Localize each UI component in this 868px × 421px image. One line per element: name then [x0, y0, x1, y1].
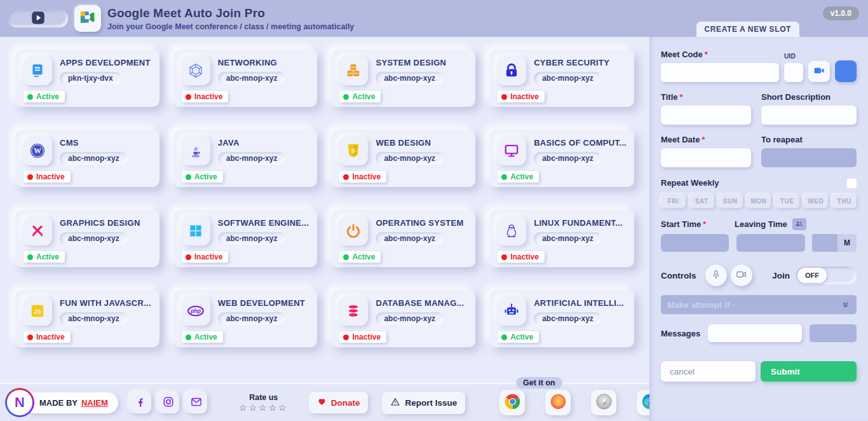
day-fri-button[interactable]: FRI: [661, 194, 686, 208]
status-label: Active: [352, 92, 375, 101]
slot-card[interactable]: NETWORKINGabc-mnop-xyzInactive: [173, 50, 318, 107]
author-logo: N: [5, 388, 34, 417]
status-dot-icon: [186, 335, 191, 340]
slot-card[interactable]: JAVAabc-mnop-xyzActive: [173, 130, 318, 187]
donate-button[interactable]: Donate: [309, 392, 369, 413]
videocam-icon: [813, 64, 825, 79]
short-description-input[interactable]: [761, 106, 857, 125]
day-tue-button[interactable]: TUE: [775, 194, 799, 208]
star-icon[interactable]: ☆: [239, 403, 249, 413]
messages-label: Messages: [661, 329, 700, 338]
slot-code: abc-mnop-xyz: [218, 312, 286, 325]
people-icon: [794, 219, 804, 230]
mail-button[interactable]: [186, 392, 207, 413]
slot-card[interactable]: LINUX FUNDAMENT...abc-mnop-xyzInactive: [489, 210, 634, 267]
cancel-button[interactable]: cancel: [661, 361, 756, 382]
status-label: Inactive: [36, 333, 65, 342]
participants-button[interactable]: [792, 218, 806, 230]
php-icon: php: [181, 296, 210, 326]
status-badge: Active: [182, 331, 223, 343]
slot-card[interactable]: CYBER SECURITYabc-mnop-xyzInactive: [489, 50, 634, 107]
slot-card[interactable]: OPERATING SYSTEMabc-mnop-xyzActive: [331, 210, 475, 267]
slot-card[interactable]: ARTIFICIAL INTELLI...abc-mnop-xyzActive: [489, 290, 634, 347]
status-dot-icon: [27, 335, 33, 340]
leaving-time-input: [736, 234, 805, 252]
slot-code: pkn-tjxy-dvx: [60, 72, 121, 85]
report-issue-button[interactable]: Report Issue: [382, 392, 465, 414]
slot-code: abc-mnop-xyz: [60, 152, 128, 165]
status-label: Active: [194, 172, 217, 181]
uid-input[interactable]: [784, 63, 803, 82]
status-badge: Active: [339, 251, 381, 263]
tab-create-new-slot[interactable]: CREATE A NEW SLOT: [696, 22, 799, 37]
messages-input[interactable]: [708, 324, 802, 342]
robot-icon: [497, 296, 526, 326]
star-icon[interactable]: ☆: [259, 403, 269, 413]
star-icon[interactable]: ☆: [269, 403, 279, 413]
status-badge: Inactive: [339, 171, 386, 183]
slot-title: LINUX FUNDAMENT...: [534, 218, 623, 228]
browser-chrome-button[interactable]: [499, 390, 525, 415]
slot-card[interactable]: SYSTEM DESIGNabc-mnop-xyzActive: [331, 50, 475, 107]
controls-label: Controls: [661, 271, 696, 280]
sidebar-toggle-button[interactable]: [8, 10, 68, 27]
svg-text:5: 5: [352, 147, 356, 154]
star-rating[interactable]: ☆☆☆☆☆: [239, 403, 288, 413]
slot-title: OPERATING SYSTEM: [376, 218, 463, 228]
join-toggle[interactable]: OFF: [796, 266, 857, 284]
fetch-uid-button[interactable]: [835, 60, 857, 82]
slot-card[interactable]: WCMSabc-mnop-xyzInactive: [15, 130, 159, 187]
instagram-icon: [162, 396, 175, 410]
header: Google Meet Auto Join Pro Join your Goog…: [0, 0, 868, 37]
browser-safari-button[interactable]: [591, 390, 616, 415]
submit-button[interactable]: Submit: [761, 361, 857, 382]
status-badge: Active: [339, 91, 381, 102]
star-icon[interactable]: ☆: [278, 403, 288, 413]
instagram-button[interactable]: [158, 392, 179, 413]
meet-date-input[interactable]: [661, 148, 751, 167]
title-input[interactable]: [661, 106, 751, 125]
facebook-button[interactable]: [130, 392, 151, 413]
meet-code-input[interactable]: [661, 63, 779, 82]
leaving-time-label: Leaving Time: [735, 219, 787, 229]
status-badge: Inactive: [182, 251, 229, 263]
status-badge: Inactive: [24, 171, 71, 183]
slot-card[interactable]: APPS DEVELOPMENTpkn-tjxy-dvxActive: [15, 50, 159, 107]
repeat-weekly-checkbox[interactable]: [846, 177, 857, 188]
camera-toggle-button[interactable]: [731, 265, 752, 286]
status-dot-icon: [501, 335, 507, 340]
open-meet-button[interactable]: [808, 61, 830, 82]
star-icon[interactable]: ☆: [248, 403, 259, 413]
get-it-on-badge: Get it on: [516, 377, 562, 389]
slot-code: abc-mnop-xyz: [218, 72, 286, 85]
slot-card[interactable]: 5WEB DESIGNabc-mnop-xyzInactive: [331, 130, 475, 187]
rate-us-label: Rate us: [239, 393, 288, 402]
slot-card[interactable]: DATABASE MANAG...abc-mnop-xyzInactive: [331, 290, 475, 347]
mic-icon: [710, 269, 722, 282]
slot-code: abc-mnop-xyz: [534, 72, 602, 85]
slot-card[interactable]: BASICS OF COMPUT...abc-mnop-xyzActive: [489, 130, 634, 187]
to-repeat-input: [761, 148, 857, 167]
slot-card[interactable]: SOFTWARE ENGINE...abc-mnop-xyzInactive: [173, 210, 318, 267]
slot-card[interactable]: phpWEB DEVELOPMENTabc-mnop-xyzActive: [173, 290, 318, 347]
attempt-condition-select[interactable]: Make attempt if -: [661, 295, 857, 314]
monitor-icon: [497, 136, 526, 165]
slots-grid: APPS DEVELOPMENTpkn-tjxy-dvxActiveNETWOR…: [0, 37, 649, 383]
day-sat-button[interactable]: SAT: [689, 194, 714, 208]
mic-toggle-button[interactable]: [705, 265, 727, 286]
status-dot-icon: [343, 335, 349, 340]
slot-code: abc-mnop-xyz: [60, 232, 128, 245]
day-sun-button[interactable]: SUN: [718, 194, 743, 208]
slot-code: abc-mnop-xyz: [376, 312, 444, 325]
status-dot-icon: [186, 94, 191, 100]
slot-card[interactable]: JSFUN WITH JAVASCR...abc-mnop-xyzInactiv…: [15, 290, 159, 347]
day-wed-button[interactable]: WED: [803, 194, 828, 208]
database-icon: [339, 296, 368, 326]
status-badge: Inactive: [182, 91, 229, 102]
status-label: Inactive: [36, 172, 65, 181]
browser-firefox-button[interactable]: [545, 390, 571, 415]
slot-card[interactable]: GRAPHICS DESIGNabc-mnop-xyzActive: [15, 210, 159, 267]
day-mon-button[interactable]: MON: [747, 194, 771, 208]
author-link[interactable]: NAIEM: [81, 398, 108, 408]
day-thu-button[interactable]: THU: [832, 194, 857, 208]
